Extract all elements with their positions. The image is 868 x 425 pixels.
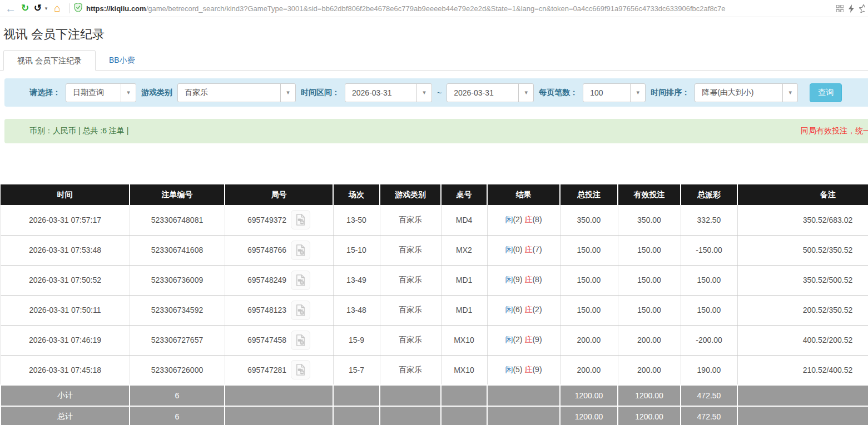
security-shield-icon[interactable]	[74, 3, 82, 14]
page-size-select[interactable]: 100 ▾	[583, 83, 646, 102]
banker-score: (8)	[532, 215, 542, 224]
date-to-select[interactable]: 2026-03-31 ▾	[447, 83, 534, 102]
cell-total-bet[interactable]: 200.00	[560, 355, 618, 385]
chevron-down-icon[interactable]: ▾	[782, 84, 797, 102]
video-file-icon	[295, 214, 306, 226]
cell-payout: 150.00	[681, 265, 737, 295]
notice-text: 同局有效投注，统一计算在该局第	[801, 126, 868, 136]
query-type-select[interactable]: 日期查询 ▾	[66, 83, 136, 102]
col-game: 游戏类别	[380, 184, 441, 205]
subtotal-label: 小计	[1, 385, 130, 406]
total-valid-bet: 1200.00	[618, 406, 681, 425]
chevron-down-icon[interactable]: ▾	[630, 84, 645, 102]
video-replay-button[interactable]	[291, 271, 310, 290]
url-text: https://kiqiiu.com/game/betrecord_search…	[86, 4, 726, 13]
cell-total-bet[interactable]: 350.00	[560, 205, 618, 235]
date-from-select[interactable]: 2026-03-31 ▾	[345, 83, 432, 102]
cell-note: 200.52/350.52	[737, 295, 868, 325]
total-count: 6	[130, 406, 225, 425]
round-id-text: 695747458	[247, 336, 286, 344]
cell-session: 15-9	[333, 325, 380, 355]
back-icon[interactable]: ←	[3, 1, 18, 16]
date-to-value: 2026-03-31	[447, 84, 518, 102]
video-replay-button[interactable]	[291, 331, 310, 350]
cell-game: 百家乐	[380, 325, 441, 355]
table-header-row: 时间 注单编号 局号 场次 游戏类别 桌号 结果 总投注 有效投注 总派彩 备注	[1, 184, 868, 205]
table-row: 2026-03-31 07:45:18 523306726000 6957472…	[1, 355, 868, 385]
player-result: 闲	[505, 335, 513, 344]
cell-bet-id: 523306736009	[130, 265, 225, 295]
cell-total-bet[interactable]: 150.00	[560, 265, 618, 295]
chevron-down-icon[interactable]: ▾	[280, 84, 295, 102]
video-replay-button[interactable]	[291, 241, 310, 260]
cell-table-no: MX10	[441, 355, 487, 385]
tab-bet-records[interactable]: 视讯 会员下注纪录	[3, 50, 96, 71]
total-row: 总计 6 1200.00 1200.00 472.50	[1, 406, 868, 425]
home-icon[interactable]: ⌂	[50, 1, 65, 16]
banker-score: (8)	[532, 275, 542, 284]
refresh-icon[interactable]: ↻	[18, 1, 32, 16]
currency-summary-text: 币别：人民币 | 总共 :6 注单 |	[29, 126, 128, 136]
date-from-value: 2026-03-31	[345, 84, 416, 102]
cell-note: 350.52/683.02	[737, 205, 868, 235]
cell-valid-bet: 350.00	[618, 205, 681, 235]
cell-note: 400.52/200.52	[737, 325, 868, 355]
col-session: 场次	[333, 184, 380, 205]
banker-score: (2)	[532, 305, 542, 314]
cell-time: 2026-03-31 07:50:11	[1, 295, 130, 325]
cell-payout: -200.00	[681, 325, 737, 355]
col-round-id: 局号	[225, 184, 333, 205]
col-table-no: 桌号	[441, 184, 487, 205]
cell-result: 闲(9) 庄(8)	[487, 265, 560, 295]
clipped-edge-icon[interactable]	[859, 4, 865, 13]
banker-result: 庄	[524, 275, 532, 284]
sort-order-select[interactable]: 降幂(由大到小) ▾	[695, 83, 798, 102]
player-score: (5)	[513, 365, 522, 374]
chevron-down-icon[interactable]: ▾	[121, 84, 136, 102]
cell-round-id: 695749372	[225, 205, 333, 235]
cell-total-bet[interactable]: 150.00	[560, 295, 618, 325]
cell-time: 2026-03-31 07:46:19	[1, 325, 130, 355]
select-type-label: 请选择：	[29, 88, 61, 98]
video-replay-button[interactable]	[291, 360, 310, 379]
summary-bar: 币别：人民币 | 总共 :6 注单 | 同局有效投注，统一计算在该局第	[4, 119, 868, 143]
player-score: (6)	[513, 305, 522, 314]
cell-total-bet[interactable]: 200.00	[560, 325, 618, 355]
cell-table-no: MD4	[441, 205, 487, 235]
cell-result: 闲(6) 庄(2)	[487, 295, 560, 325]
chevron-down-icon[interactable]: ▾	[416, 84, 431, 102]
tab-bb-tips[interactable]: BB小费	[96, 50, 148, 71]
round-id-text: 695748123	[247, 306, 286, 314]
round-id-text: 695749372	[247, 216, 286, 224]
table-row: 2026-03-31 07:50:52 523306736009 6957482…	[1, 265, 868, 295]
cell-session: 13-48	[333, 295, 380, 325]
cell-time: 2026-03-31 07:45:18	[1, 355, 130, 385]
query-button[interactable]: 查询	[810, 83, 842, 102]
chevron-down-icon[interactable]: ▾	[518, 84, 533, 102]
lightning-icon[interactable]	[849, 4, 854, 13]
player-result: 闲	[505, 275, 513, 284]
video-file-icon	[295, 304, 306, 316]
url-host: https://kiqiiu.com	[86, 4, 146, 13]
tab-bar: 视讯 会员下注纪录 BB小费	[0, 49, 868, 71]
cell-note: 350.52/500.52	[737, 265, 868, 295]
date-range-separator: ~	[437, 88, 442, 97]
cell-payout: -150.00	[681, 235, 737, 265]
page-size-label: 每页笔数：	[539, 88, 578, 98]
subtotal-count: 6	[130, 385, 225, 406]
cell-table-no: MX10	[441, 325, 487, 355]
address-bar[interactable]: https://kiqiiu.com/game/betrecord_search…	[74, 3, 833, 14]
time-range-label: 时间区间：	[301, 88, 340, 98]
game-type-label: 游戏类别	[141, 88, 172, 98]
player-score: (2)	[513, 335, 522, 344]
qr-code-icon[interactable]	[836, 5, 844, 12]
cell-total-bet[interactable]: 150.00	[560, 235, 618, 265]
undo-icon[interactable]: ↺	[32, 1, 43, 16]
total-label: 总计	[1, 406, 130, 425]
video-replay-button[interactable]	[291, 301, 310, 320]
video-file-icon	[295, 334, 306, 346]
game-type-select[interactable]: 百家乐 ▾	[177, 83, 296, 102]
video-replay-button[interactable]	[291, 210, 310, 229]
col-time: 时间	[1, 184, 130, 205]
undo-caret-icon[interactable]: ▾	[43, 1, 49, 16]
